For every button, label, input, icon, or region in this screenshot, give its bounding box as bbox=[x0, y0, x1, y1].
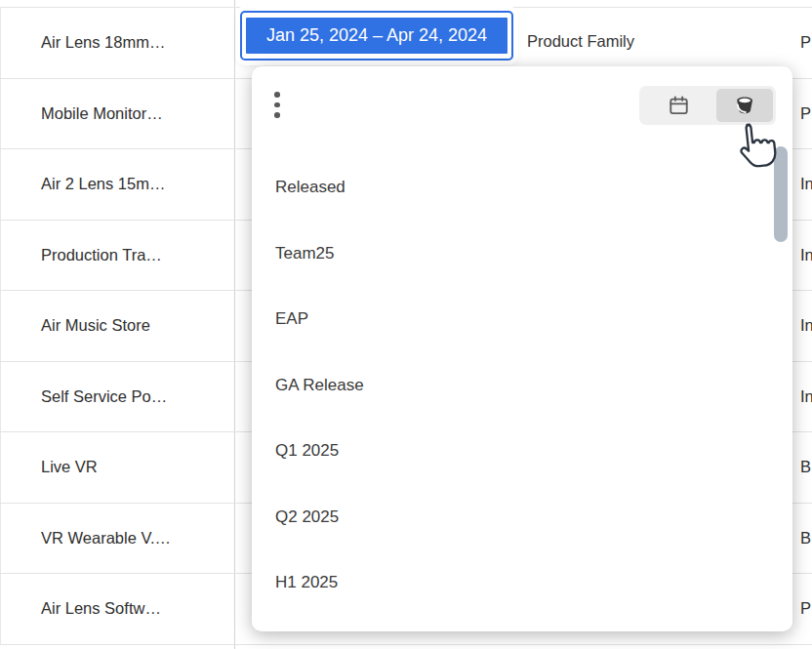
timeframe-view-button[interactable] bbox=[716, 89, 773, 122]
bucket-icon bbox=[733, 94, 756, 117]
clipped-cell-text: In bbox=[800, 291, 812, 360]
timeframe-option[interactable]: Q1 2025 bbox=[252, 418, 792, 484]
calendar-icon bbox=[668, 95, 690, 117]
feature-name-cell[interactable]: Air Lens Softw… bbox=[41, 574, 161, 643]
date-range-editor[interactable]: Jan 25, 2024 – Apr 24, 2024 bbox=[240, 11, 513, 61]
feature-name-cell[interactable]: Air Lens 18mm… bbox=[41, 8, 165, 77]
kebab-dot bbox=[274, 92, 280, 98]
feature-name-cell[interactable]: Production Tra… bbox=[41, 221, 162, 290]
timeframe-options-list: Released Team25 EAP GA Release Q1 2025 Q… bbox=[252, 154, 792, 616]
timeframe-option-label: Q1 2025 bbox=[275, 441, 339, 460]
timeframe-option[interactable]: Q2 2025 bbox=[252, 484, 792, 550]
calendar-view-button[interactable] bbox=[639, 86, 717, 125]
timeframe-option-label: EAP bbox=[275, 309, 308, 328]
timeframe-option-label: Q2 2025 bbox=[275, 507, 339, 526]
feature-name-cell[interactable]: Mobile Monitor… bbox=[41, 79, 163, 148]
view-toggle-group bbox=[639, 86, 776, 125]
timeframe-option[interactable]: Team25 bbox=[252, 221, 792, 287]
clipped-cell-text: P bbox=[800, 8, 812, 77]
timeframe-option[interactable]: Released bbox=[252, 154, 792, 221]
clipped-cell-text: B bbox=[800, 504, 812, 573]
clipped-cell-text: In bbox=[800, 221, 812, 290]
timeframe-option[interactable]: EAP bbox=[252, 286, 792, 352]
feature-name-cell[interactable]: Live VR bbox=[41, 432, 98, 502]
clipped-cell-text: In bbox=[800, 362, 812, 431]
timeframe-option[interactable]: H1 2025 bbox=[252, 549, 792, 616]
feature-name-cell[interactable]: VR Wearable V.… bbox=[41, 504, 171, 573]
feature-name-cell[interactable]: Self Service Po… bbox=[41, 362, 167, 431]
clipped-cell-text: B bbox=[800, 432, 812, 502]
timeframe-option-label: GA Release bbox=[275, 376, 364, 394]
clipped-cell-text: In bbox=[800, 149, 812, 219]
kebab-dot bbox=[274, 102, 280, 108]
timeframe-option-label: Released bbox=[275, 178, 345, 196]
timeframe-option-label: H1 2025 bbox=[275, 573, 338, 591]
date-range-selected-text: Jan 25, 2024 – Apr 24, 2024 bbox=[246, 18, 508, 54]
timeframe-option-label: Team25 bbox=[275, 244, 334, 263]
timeframe-option[interactable]: GA Release bbox=[252, 352, 792, 419]
kebab-dot bbox=[274, 112, 280, 118]
clipped-cell-text: P bbox=[800, 79, 812, 148]
clipped-cell-text: P bbox=[800, 574, 812, 643]
kebab-menu-icon[interactable] bbox=[274, 92, 280, 118]
feature-name-cell[interactable]: Air 2 Lens 15m… bbox=[41, 149, 165, 219]
feature-name-cell[interactable]: Air Music Store bbox=[41, 291, 150, 360]
date-picker-dropdown: Released Team25 EAP GA Release Q1 2025 Q… bbox=[252, 66, 792, 631]
scrollbar-thumb[interactable] bbox=[774, 146, 788, 242]
